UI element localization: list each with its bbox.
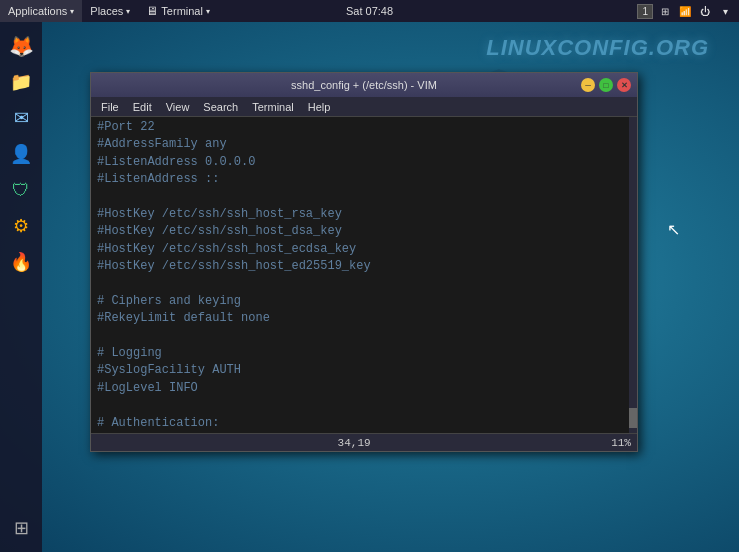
vim-minimize-button[interactable]: ─: [581, 78, 595, 92]
vim-menu-view[interactable]: View: [160, 99, 196, 115]
taskbar-clock: Sat 07:48: [346, 5, 393, 17]
vim-menu-search[interactable]: Search: [197, 99, 244, 115]
fire-icon: 🔥: [10, 251, 32, 273]
vim-content[interactable]: #Port 22#AddressFamily any#ListenAddress…: [91, 117, 637, 433]
taskbar-apps-icon[interactable]: ⊞: [657, 3, 673, 19]
firefox-icon: 🦊: [9, 34, 34, 58]
vim-menubar: File Edit View Search Terminal Help: [91, 97, 637, 117]
vim-line: #RekeyLimit default none: [97, 310, 631, 327]
vim-line: #ListenAddress 0.0.0.0: [97, 154, 631, 171]
vim-line: #ListenAddress ::: [97, 171, 631, 188]
terminal-icon-small: 🖥: [146, 4, 158, 18]
sidebar-icon-shield[interactable]: 🛡: [5, 174, 37, 206]
taskbar: Applications ▾ Places ▾ 🖥 Terminal ▾ Sat…: [0, 0, 739, 22]
sidebar-icon-fire[interactable]: 🔥: [5, 246, 37, 278]
vim-line: #Port 22: [97, 119, 631, 136]
vim-maximize-button[interactable]: □: [599, 78, 613, 92]
vim-status-percent: 11%: [611, 437, 631, 449]
vim-scrollbar-thumb: [629, 408, 637, 428]
sidebar-icon-mail[interactable]: ✉: [5, 102, 37, 134]
vim-titlebar: sshd_config + (/etc/ssh) - VIM ─ □ ✕: [91, 73, 637, 97]
vim-line: #HostKey /etc/ssh/ssh_host_dsa_key: [97, 223, 631, 240]
taskbar-network-icon[interactable]: 📶: [677, 3, 693, 19]
applications-menu[interactable]: Applications ▾: [0, 0, 82, 22]
vim-status-position: 34,19: [338, 437, 371, 449]
taskbar-power-chevron-icon[interactable]: ▾: [717, 3, 733, 19]
vim-line: [97, 276, 631, 293]
watermark-text: LINUXCONFIG.ORG: [486, 35, 709, 61]
terminal-chevron-icon: ▾: [206, 7, 210, 16]
sidebar-icon-firefox[interactable]: 🦊: [5, 30, 37, 62]
mouse-cursor: ↖: [667, 220, 679, 238]
terminal-menu[interactable]: 🖥 Terminal ▾: [138, 0, 218, 22]
applications-label: Applications: [8, 5, 67, 17]
shield-icon: 🛡: [12, 180, 30, 201]
vim-line: # Authentication:: [97, 415, 631, 432]
places-label: Places: [90, 5, 123, 17]
vim-menu-file[interactable]: File: [95, 99, 125, 115]
vim-line: #HostKey /etc/ssh/ssh_host_rsa_key: [97, 206, 631, 223]
vim-scrollbar[interactable]: [629, 117, 637, 433]
vim-line: # Logging: [97, 345, 631, 362]
sidebar: 🦊 📁 ✉ 👤 🛡 ⚙ 🔥 ⊞: [0, 22, 42, 552]
vim-line: #AddressFamily any: [97, 136, 631, 153]
grid-icon: ⊞: [14, 517, 29, 539]
vim-line: # Ciphers and keying: [97, 293, 631, 310]
vim-menu-terminal[interactable]: Terminal: [246, 99, 300, 115]
vim-menu-edit[interactable]: Edit: [127, 99, 158, 115]
vim-line: #SyslogFacility AUTH: [97, 362, 631, 379]
vim-line: #LogLevel INFO: [97, 380, 631, 397]
vim-window-controls: ─ □ ✕: [581, 78, 631, 92]
vim-line: #HostKey /etc/ssh/ssh_host_ed25519_key: [97, 258, 631, 275]
desktop: Applications ▾ Places ▾ 🖥 Terminal ▾ Sat…: [0, 0, 739, 552]
places-menu[interactable]: Places ▾: [82, 0, 138, 22]
vim-statusbar: 34,19 11%: [91, 433, 637, 451]
applications-chevron-icon: ▾: [70, 7, 74, 16]
vim-line: [97, 328, 631, 345]
vim-line: #HostKey /etc/ssh/ssh_host_ecdsa_key: [97, 241, 631, 258]
workspace-number[interactable]: 1: [637, 4, 653, 19]
sidebar-icon-settings[interactable]: ⚙: [5, 210, 37, 242]
folder-icon: 📁: [10, 71, 32, 93]
taskbar-left: Applications ▾ Places ▾ 🖥 Terminal ▾: [0, 0, 637, 22]
places-chevron-icon: ▾: [126, 7, 130, 16]
vim-title: sshd_config + (/etc/ssh) - VIM: [147, 79, 581, 91]
taskbar-power-icon[interactable]: ⏻: [697, 3, 713, 19]
sidebar-icon-user[interactable]: 👤: [5, 138, 37, 170]
taskbar-right: 1 ⊞ 📶 ⏻ ▾: [637, 3, 739, 19]
mail-icon: ✉: [14, 107, 29, 129]
sidebar-icon-folder[interactable]: 📁: [5, 66, 37, 98]
vim-line: [97, 189, 631, 206]
vim-window: sshd_config + (/etc/ssh) - VIM ─ □ ✕ Fil…: [90, 72, 638, 452]
terminal-label: Terminal: [161, 5, 203, 17]
sidebar-icon-grid[interactable]: ⊞: [5, 512, 37, 544]
vim-line: [97, 432, 631, 433]
settings-icon: ⚙: [13, 215, 29, 237]
vim-menu-help[interactable]: Help: [302, 99, 337, 115]
vim-lines: #Port 22#AddressFamily any#ListenAddress…: [97, 119, 631, 433]
user-icon: 👤: [10, 143, 32, 165]
vim-close-button[interactable]: ✕: [617, 78, 631, 92]
vim-line: [97, 397, 631, 414]
